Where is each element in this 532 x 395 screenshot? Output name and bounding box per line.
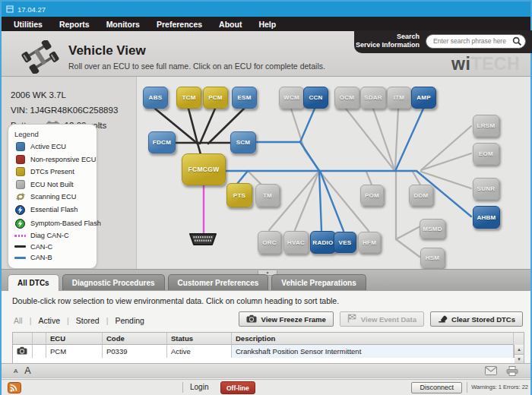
ecu-pcm[interactable]: PCM bbox=[203, 87, 228, 109]
warnings-errors-count: Warnings: 1 Errors: 22 bbox=[471, 384, 528, 390]
disconnect-button[interactable]: Disconnect bbox=[411, 382, 462, 393]
filter-pending[interactable]: Pending bbox=[115, 316, 144, 325]
tab-diagnostic-procedures[interactable]: Diagnostic Procedures bbox=[62, 274, 165, 290]
camera-icon bbox=[17, 346, 27, 356]
ecu-tcm[interactable]: TCM bbox=[176, 87, 201, 109]
offline-badge[interactable]: Off-line bbox=[220, 381, 255, 394]
menu-bar: UtilitiesReportsMonitorsPreferencesAbout… bbox=[2, 17, 530, 31]
ecu-eom[interactable]: EOM bbox=[473, 143, 499, 165]
statusbar-divider bbox=[182, 382, 183, 393]
filter-separator: | bbox=[106, 316, 109, 325]
ecu-topology-diagram: ABSTCMPCMESMWCMCCNOCMSDARITMAMPLRSMEOMSU… bbox=[2, 77, 532, 269]
ecu-radio[interactable]: RADIO bbox=[310, 231, 336, 254]
button-label: View Freeze Frame bbox=[261, 315, 325, 324]
button-label: View Event Data bbox=[361, 315, 416, 324]
menu-reports[interactable]: Reports bbox=[59, 20, 90, 29]
dtc-table: ECUCodeStatusDescriptionPCMP0339ActiveCr… bbox=[12, 332, 524, 365]
table-scrollbar: ▲▼ bbox=[514, 345, 524, 358]
column-header-ecu[interactable]: ECU bbox=[46, 333, 103, 345]
flag-icon bbox=[347, 314, 357, 324]
login-button[interactable]: Login bbox=[190, 383, 208, 391]
tab-customer-preferences[interactable]: Customer Preferences bbox=[168, 274, 269, 290]
ecu-ccn[interactable]: CCN bbox=[303, 87, 328, 109]
dtc-instructions: Double-click row selection to view envir… bbox=[12, 296, 339, 305]
dtc-panel: Double-click row selection to view envir… bbox=[2, 291, 530, 379]
filter-active[interactable]: Active bbox=[38, 316, 60, 325]
ecu-lrsm[interactable]: LRSM bbox=[473, 115, 499, 137]
ecu-esm[interactable]: ESM bbox=[232, 87, 257, 109]
camera-icon bbox=[246, 314, 257, 324]
ecu-sunr[interactable]: SUNR bbox=[473, 178, 499, 200]
scroll-up-button[interactable]: ▲ bbox=[515, 345, 524, 355]
filter-separator: | bbox=[30, 316, 32, 325]
search-box bbox=[426, 34, 526, 49]
font-size-large-button[interactable]: A bbox=[24, 365, 30, 376]
ecu-tm[interactable]: TM bbox=[255, 184, 280, 207]
page-subtitle: Roll over an ECU to see full name. Click… bbox=[68, 62, 325, 71]
filter-separator: | bbox=[67, 316, 69, 325]
cell-status: Active bbox=[167, 345, 232, 358]
ecu-ves[interactable]: VES bbox=[334, 232, 356, 253]
tab-vehicle-preparations[interactable]: Vehicle Preparations bbox=[271, 274, 366, 290]
search-icon[interactable] bbox=[512, 36, 522, 46]
ecu-pom[interactable]: POM bbox=[360, 185, 384, 206]
tab-all-dtcs[interactable]: All DTCs bbox=[8, 274, 59, 291]
ecu-wcm[interactable]: WCM bbox=[279, 87, 304, 109]
menu-preferences[interactable]: Preferences bbox=[157, 20, 202, 29]
ecu-abs[interactable]: ABS bbox=[143, 87, 168, 109]
ecu-pts[interactable]: PTS bbox=[226, 183, 252, 207]
dtc-filter-bar: All|Active|Stored|Pending bbox=[14, 316, 144, 325]
rss-icon[interactable] bbox=[8, 382, 21, 393]
view-freeze-frame-button[interactable]: View Freeze Frame bbox=[239, 311, 333, 327]
ecu-hvac[interactable]: HVAC bbox=[283, 231, 309, 254]
column-header-empty bbox=[33, 333, 46, 345]
status-bar: Login Off-line Disconnect Warnings: 1 Er… bbox=[2, 379, 530, 395]
filter-all[interactable]: All bbox=[14, 316, 23, 325]
ecu-fcmcgw[interactable]: FCMCGW bbox=[182, 153, 226, 185]
ecu-amp[interactable]: AMP bbox=[411, 87, 436, 109]
ecu-hsm[interactable]: HSM bbox=[420, 248, 445, 268]
menu-help[interactable]: Help bbox=[258, 20, 276, 29]
menu-about[interactable]: About bbox=[219, 20, 242, 29]
print-icon[interactable] bbox=[506, 366, 518, 376]
table-scrollbar-head bbox=[514, 333, 524, 345]
search-input[interactable] bbox=[433, 37, 512, 45]
export-icon[interactable] bbox=[485, 366, 497, 375]
vehicle-icon bbox=[21, 40, 59, 74]
ecu-fdcm[interactable]: FDCM bbox=[148, 131, 176, 153]
font-size-small-button[interactable]: A bbox=[14, 368, 17, 374]
ecu-ahbm[interactable]: AHBM bbox=[473, 206, 500, 229]
app-icon bbox=[6, 5, 14, 13]
ecu-itm[interactable]: ITM bbox=[387, 87, 411, 109]
page-title: Vehicle View bbox=[68, 43, 146, 58]
filter-stored[interactable]: Stored bbox=[76, 316, 100, 325]
cell-blank bbox=[33, 345, 46, 358]
ecu-hfm[interactable]: HFM bbox=[358, 232, 381, 253]
ecu-sdar[interactable]: SDAR bbox=[360, 87, 386, 109]
menu-utilities[interactable]: Utilities bbox=[14, 20, 43, 29]
app-window: 17.04.27 UtilitiesReportsMonitorsPrefere… bbox=[0, 0, 532, 395]
ecu-msmd[interactable]: MSMD bbox=[420, 219, 445, 239]
column-header-empty bbox=[13, 333, 33, 345]
search-service-label: Search Service Information bbox=[356, 33, 420, 50]
ecu-orc[interactable]: ORC bbox=[258, 231, 281, 254]
table-row[interactable]: PCMP0339ActiveCrankshaft Position Sensor… bbox=[13, 345, 524, 358]
menu-monitors[interactable]: Monitors bbox=[106, 20, 140, 29]
freeze-frame-cell bbox=[13, 345, 33, 358]
button-label: Clear Stored DTCs bbox=[451, 315, 515, 324]
column-header-description[interactable]: Description bbox=[232, 333, 514, 345]
cell-description: Crankshaft Position Sensor Intermittent bbox=[232, 345, 514, 358]
column-header-code[interactable]: Code bbox=[103, 333, 167, 345]
dlc-connector-icon[interactable] bbox=[188, 232, 217, 251]
ecu-ddm[interactable]: DDM bbox=[409, 185, 433, 206]
witech-logo: wiTECH bbox=[451, 54, 520, 74]
cell-ecu: PCM bbox=[46, 345, 103, 358]
column-header-status[interactable]: Status bbox=[167, 333, 232, 345]
service-search-panel: Search Service Information bbox=[354, 30, 532, 53]
view-event-data-button: View Event Data bbox=[340, 311, 424, 327]
clear-stored-dtcs-button[interactable]: Clear Stored DTCs bbox=[430, 311, 523, 327]
tab-strip: ▼ All DTCsDiagnostic ProceduresCustomer … bbox=[2, 269, 530, 291]
window-title: 17.04.27 bbox=[17, 5, 46, 14]
ecu-scm[interactable]: SCM bbox=[230, 131, 256, 153]
ecu-ocm[interactable]: OCM bbox=[334, 87, 359, 109]
